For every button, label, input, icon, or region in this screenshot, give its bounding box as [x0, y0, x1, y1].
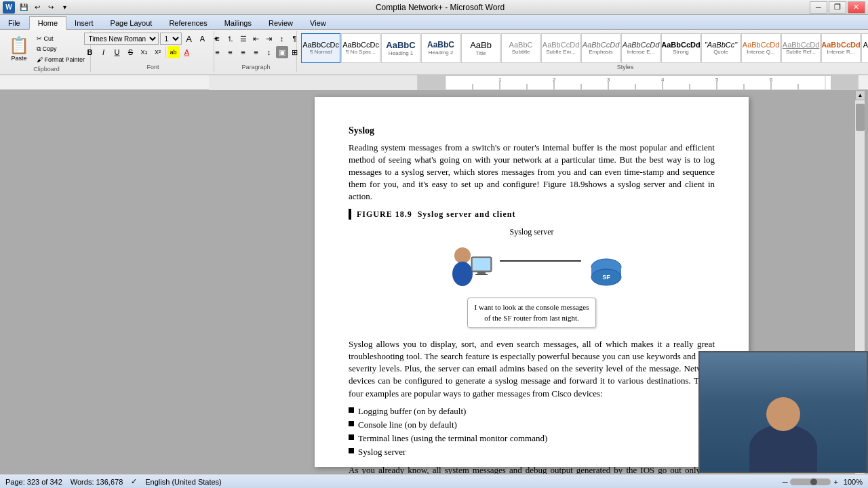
bullets-button[interactable]: ≡ — [212, 33, 224, 45]
line-spacing-button[interactable]: ↕ — [263, 46, 275, 58]
align-right-button[interactable]: ≡ — [237, 46, 250, 58]
decrease-indent-button[interactable]: ⇤ — [250, 33, 262, 45]
font-group: Times New Roman 11 A A ✦ B I U S X₂ X² — [92, 31, 214, 72]
style-intense-e[interactable]: AaBbCcDd Intense E... — [621, 33, 660, 63]
style-normal[interactable]: AaBbCcDc ¶ Normal — [301, 33, 340, 63]
multilevel-button[interactable]: ☰ — [237, 33, 250, 45]
style-heading2[interactable]: AaBbC Heading 2 — [421, 33, 460, 63]
style-subtitle[interactable]: AaBbC Subtitle — [501, 33, 540, 63]
grow-font-button[interactable]: A — [183, 33, 195, 45]
paste-button[interactable]: 📋 Paste — [5, 33, 33, 65]
tab-review[interactable]: Review — [260, 16, 302, 30]
sort-button[interactable]: ↕ — [276, 33, 288, 45]
format-painter-button[interactable]: 🖌 Format Painter — [34, 55, 87, 64]
svg-point-22 — [452, 262, 473, 286]
svg-rect-25 — [477, 272, 486, 274]
style-quote[interactable]: "AaBbCc" Quote — [701, 33, 741, 63]
bullet-text-4: Syslog server — [358, 446, 406, 458]
scroll-up-arrow[interactable]: ▲ — [855, 90, 865, 100]
intro-paragraph: Reading system messages from a switch's … — [349, 142, 715, 203]
highlight-button[interactable]: ab — [167, 46, 180, 58]
minimize-button[interactable]: ─ — [810, 1, 827, 14]
font-family-selector[interactable]: Times New Roman — [84, 33, 159, 45]
font-group-label: Font — [147, 64, 159, 70]
subscript-button[interactable]: X₂ — [138, 46, 151, 58]
font-size-selector[interactable]: 11 — [160, 33, 182, 45]
superscript-button[interactable]: X² — [152, 46, 164, 58]
page-info: Page: 323 of 342 — [5, 478, 62, 486]
save-quick-btn[interactable]: 💾 — [18, 1, 30, 14]
scroll-thumb[interactable] — [856, 104, 865, 131]
underline-button[interactable]: U — [111, 46, 123, 58]
tab-references[interactable]: References — [161, 16, 216, 30]
ruler: 1 2 3 4 5 6 — [0, 75, 868, 90]
tab-insert[interactable]: Insert — [66, 16, 102, 30]
bullet-item-4: Syslog server — [349, 446, 715, 458]
svg-point-21 — [454, 247, 471, 264]
tab-mailings[interactable]: Mailings — [216, 16, 260, 30]
figure-number: FIGURE 18.9 — [357, 209, 412, 220]
align-left-button[interactable]: ≡ — [212, 46, 224, 58]
style-book-title[interactable]: AaBbCcDd Book Title — [861, 33, 868, 63]
style-strong[interactable]: AaBbCcDd Strong — [661, 33, 701, 63]
zoom-in-button[interactable]: + — [833, 478, 837, 486]
strikethrough-button[interactable]: S — [125, 46, 137, 58]
zoom-out-button[interactable]: ─ — [783, 478, 788, 486]
undo-quick-btn[interactable]: ↩ — [31, 1, 43, 14]
style-subtle-ref[interactable]: AaBbCcDd Subtle Ref... — [781, 33, 821, 63]
section-title: Syslog — [349, 124, 715, 138]
style-title[interactable]: AaBb Title — [461, 33, 500, 63]
ribbon: File Home Insert Page Layout References … — [0, 15, 868, 75]
titlebar-left: W 💾 ↩ ↪ ▾ — [3, 1, 71, 14]
customize-qa-btn[interactable]: ▾ — [58, 1, 71, 14]
svg-rect-24 — [473, 258, 490, 270]
figure-container: Syslog server — [349, 226, 715, 328]
maximize-button[interactable]: ❐ — [829, 1, 846, 14]
bullet-text-3: Terminal lines (using the terminal monit… — [358, 432, 547, 445]
zoom-slider[interactable] — [790, 479, 831, 485]
shrink-font-button[interactable]: A — [197, 33, 209, 45]
svg-text:3: 3 — [607, 77, 610, 83]
style-no-spacing[interactable]: AaBbCcDc ¶ No Spac... — [341, 33, 380, 63]
ribbon-content: 📋 Paste ✂ Cut ⧉ Copy 🖌 Format Painter Cl… — [0, 30, 868, 75]
style-subtle-em[interactable]: AaBbCcDd Subtle Em... — [541, 33, 580, 63]
tab-home[interactable]: Home — [29, 16, 66, 30]
zoom-thumb — [810, 479, 817, 485]
increase-indent-button[interactable]: ⇥ — [263, 33, 275, 45]
shading-button[interactable]: ▣ — [276, 46, 288, 58]
italic-button[interactable]: I — [98, 46, 110, 58]
speech-line2: of the SF router from last night. — [475, 313, 589, 323]
styles-group: AaBbCcDc ¶ Normal AaBbCcDc ¶ No Spac... … — [298, 31, 868, 72]
style-intense-r[interactable]: AaBbCcDd Intense R... — [821, 33, 861, 63]
style-heading1[interactable]: AaBbC Heading 1 — [381, 33, 420, 63]
window-title: Comptia Network+ - Microsoft Word — [376, 3, 505, 12]
style-emphasis[interactable]: AaBbCcDd Emphasis — [581, 33, 620, 63]
svg-text:2: 2 — [553, 77, 556, 83]
left-panel — [0, 90, 209, 474]
figure-label: FIGURE 18.9 Syslog server and client — [349, 209, 715, 220]
tab-page-layout[interactable]: Page Layout — [102, 16, 161, 30]
style-intense-q[interactable]: AaBbCcDd Intense Q... — [741, 33, 781, 63]
bold-button[interactable]: B — [84, 46, 96, 58]
paragraph-group: ≡ ⒈ ☰ ⇤ ⇥ ↕ ¶ ≡ ≡ ≡ ≡ ↕ ▣ ⊞ Pa — [216, 31, 297, 72]
svg-text:5: 5 — [715, 77, 719, 83]
tab-view[interactable]: View — [302, 16, 335, 30]
cut-button[interactable]: ✂ Cut — [34, 34, 87, 43]
svg-text:6: 6 — [770, 77, 773, 83]
titlebar: W 💾 ↩ ↪ ▾ Comptia Network+ - Microsoft W… — [0, 0, 868, 15]
copy-button[interactable]: ⧉ Copy — [34, 44, 87, 54]
video-person — [700, 352, 867, 472]
redo-quick-btn[interactable]: ↪ — [45, 1, 57, 14]
quick-access-toolbar: 💾 ↩ ↪ ▾ — [18, 1, 71, 14]
font-color-button[interactable]: A — [181, 46, 193, 58]
align-center-button[interactable]: ≡ — [224, 46, 237, 58]
bullet-square-3 — [349, 434, 354, 440]
close-button[interactable]: ✕ — [848, 1, 865, 14]
justify-button[interactable]: ≡ — [250, 46, 262, 58]
tab-file[interactable]: File — [0, 16, 29, 30]
language-status[interactable]: English (United States) — [145, 478, 222, 486]
numbering-button[interactable]: ⒈ — [224, 33, 237, 45]
svg-text:4: 4 — [661, 77, 665, 83]
styles-gallery: AaBbCcDc ¶ Normal AaBbCcDc ¶ No Spac... … — [301, 33, 868, 63]
bullet-item-2: Console line (on by default) — [349, 419, 715, 431]
